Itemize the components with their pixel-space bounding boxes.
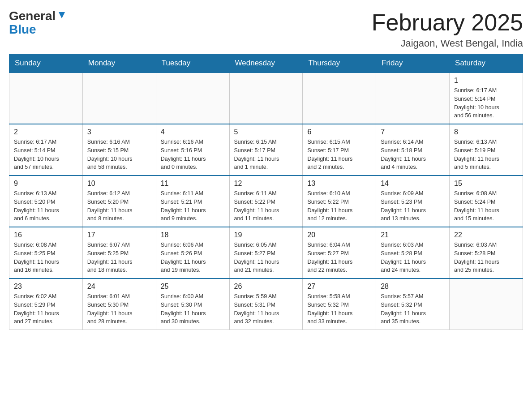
table-row: 9Sunrise: 6:13 AM Sunset: 5:20 PM Daylig… bbox=[9, 176, 83, 227]
table-row: 23Sunrise: 6:02 AM Sunset: 5:29 PM Dayli… bbox=[9, 278, 83, 330]
logo-triangle-icon bbox=[57, 10, 67, 20]
day-number: 16 bbox=[14, 231, 78, 239]
day-number: 24 bbox=[87, 283, 151, 291]
week-row-3: 16Sunrise: 6:08 AM Sunset: 5:25 PM Dayli… bbox=[9, 227, 523, 278]
svg-marker-0 bbox=[59, 12, 65, 18]
table-row bbox=[450, 278, 523, 330]
title-block: February 2025 Jaigaon, West Bengal, Indi… bbox=[372, 9, 523, 49]
table-row: 22Sunrise: 6:03 AM Sunset: 5:28 PM Dayli… bbox=[450, 227, 523, 278]
day-number: 15 bbox=[454, 180, 518, 188]
day-info: Sunrise: 5:58 AM Sunset: 5:32 PM Dayligh… bbox=[307, 292, 371, 326]
day-info: Sunrise: 6:13 AM Sunset: 5:19 PM Dayligh… bbox=[454, 138, 518, 171]
table-row: 16Sunrise: 6:08 AM Sunset: 5:25 PM Dayli… bbox=[9, 227, 83, 278]
day-number: 1 bbox=[454, 77, 518, 85]
day-info: Sunrise: 6:08 AM Sunset: 5:24 PM Dayligh… bbox=[454, 189, 518, 223]
header-thursday: Thursday bbox=[303, 54, 376, 73]
day-info: Sunrise: 6:04 AM Sunset: 5:27 PM Dayligh… bbox=[307, 241, 371, 274]
weekday-header-row: Sunday Monday Tuesday Wednesday Thursday… bbox=[9, 54, 523, 73]
day-number: 18 bbox=[161, 231, 225, 239]
day-info: Sunrise: 6:17 AM Sunset: 5:14 PM Dayligh… bbox=[454, 86, 518, 120]
day-number: 11 bbox=[161, 180, 225, 188]
table-row: 14Sunrise: 6:09 AM Sunset: 5:23 PM Dayli… bbox=[376, 176, 450, 227]
table-row: 25Sunrise: 6:00 AM Sunset: 5:30 PM Dayli… bbox=[156, 278, 229, 330]
table-row: 20Sunrise: 6:04 AM Sunset: 5:27 PM Dayli… bbox=[303, 227, 376, 278]
day-info: Sunrise: 6:03 AM Sunset: 5:28 PM Dayligh… bbox=[381, 241, 445, 274]
day-info: Sunrise: 6:03 AM Sunset: 5:28 PM Dayligh… bbox=[454, 241, 518, 274]
table-row bbox=[229, 73, 303, 124]
table-row: 12Sunrise: 6:11 AM Sunset: 5:22 PM Dayli… bbox=[229, 176, 303, 227]
header-wednesday: Wednesday bbox=[229, 54, 303, 73]
table-row: 8Sunrise: 6:13 AM Sunset: 5:19 PM Daylig… bbox=[450, 124, 523, 176]
day-info: Sunrise: 6:07 AM Sunset: 5:25 PM Dayligh… bbox=[87, 241, 151, 274]
day-number: 13 bbox=[307, 180, 371, 188]
table-row: 7Sunrise: 6:14 AM Sunset: 5:18 PM Daylig… bbox=[376, 124, 450, 176]
calendar-subtitle: Jaigaon, West Bengal, India bbox=[372, 38, 523, 49]
table-row: 19Sunrise: 6:05 AM Sunset: 5:27 PM Dayli… bbox=[229, 227, 303, 278]
week-row-0: 1Sunrise: 6:17 AM Sunset: 5:14 PM Daylig… bbox=[9, 73, 523, 124]
table-row: 6Sunrise: 6:15 AM Sunset: 5:17 PM Daylig… bbox=[303, 124, 376, 176]
logo-blue-text: Blue bbox=[9, 22, 36, 36]
table-row: 18Sunrise: 6:06 AM Sunset: 5:26 PM Dayli… bbox=[156, 227, 229, 278]
table-row bbox=[156, 73, 229, 124]
table-row bbox=[82, 73, 156, 124]
table-row bbox=[376, 73, 450, 124]
day-number: 12 bbox=[234, 180, 298, 188]
table-row: 24Sunrise: 6:01 AM Sunset: 5:30 PM Dayli… bbox=[82, 278, 156, 330]
table-row: 26Sunrise: 5:59 AM Sunset: 5:31 PM Dayli… bbox=[229, 278, 303, 330]
day-info: Sunrise: 6:11 AM Sunset: 5:21 PM Dayligh… bbox=[161, 189, 225, 223]
day-info: Sunrise: 6:12 AM Sunset: 5:20 PM Dayligh… bbox=[87, 189, 151, 223]
day-number: 3 bbox=[87, 128, 151, 136]
table-row: 2Sunrise: 6:17 AM Sunset: 5:14 PM Daylig… bbox=[9, 124, 83, 176]
table-row: 3Sunrise: 6:16 AM Sunset: 5:15 PM Daylig… bbox=[82, 124, 156, 176]
header-monday: Monday bbox=[82, 54, 156, 73]
table-row bbox=[303, 73, 376, 124]
day-info: Sunrise: 6:08 AM Sunset: 5:25 PM Dayligh… bbox=[14, 241, 78, 274]
calendar-table: Sunday Monday Tuesday Wednesday Thursday… bbox=[9, 54, 523, 330]
table-row: 17Sunrise: 6:07 AM Sunset: 5:25 PM Dayli… bbox=[82, 227, 156, 278]
calendar-title: February 2025 bbox=[372, 9, 523, 36]
table-row: 15Sunrise: 6:08 AM Sunset: 5:24 PM Dayli… bbox=[450, 176, 523, 227]
day-number: 4 bbox=[161, 128, 225, 136]
day-number: 14 bbox=[381, 180, 445, 188]
day-info: Sunrise: 6:14 AM Sunset: 5:18 PM Dayligh… bbox=[381, 138, 445, 171]
day-number: 2 bbox=[14, 128, 78, 136]
day-number: 19 bbox=[234, 231, 298, 239]
table-row: 13Sunrise: 6:10 AM Sunset: 5:22 PM Dayli… bbox=[303, 176, 376, 227]
day-info: Sunrise: 6:02 AM Sunset: 5:29 PM Dayligh… bbox=[14, 292, 78, 326]
day-info: Sunrise: 6:00 AM Sunset: 5:30 PM Dayligh… bbox=[161, 292, 225, 326]
day-number: 25 bbox=[161, 283, 225, 291]
table-row bbox=[9, 73, 83, 124]
day-info: Sunrise: 5:59 AM Sunset: 5:31 PM Dayligh… bbox=[234, 292, 298, 326]
week-row-4: 23Sunrise: 6:02 AM Sunset: 5:29 PM Dayli… bbox=[9, 278, 523, 330]
table-row: 28Sunrise: 5:57 AM Sunset: 5:32 PM Dayli… bbox=[376, 278, 450, 330]
day-number: 17 bbox=[87, 231, 151, 239]
day-number: 27 bbox=[307, 283, 371, 291]
table-row: 11Sunrise: 6:11 AM Sunset: 5:21 PM Dayli… bbox=[156, 176, 229, 227]
day-number: 10 bbox=[87, 180, 151, 188]
day-info: Sunrise: 6:15 AM Sunset: 5:17 PM Dayligh… bbox=[307, 138, 371, 171]
page-header: General Blue February 2025 Jaigaon, West… bbox=[9, 9, 523, 49]
day-info: Sunrise: 6:05 AM Sunset: 5:27 PM Dayligh… bbox=[234, 241, 298, 274]
day-info: Sunrise: 6:15 AM Sunset: 5:17 PM Dayligh… bbox=[234, 138, 298, 171]
header-sunday: Sunday bbox=[9, 54, 83, 73]
day-number: 20 bbox=[307, 231, 371, 239]
day-info: Sunrise: 6:11 AM Sunset: 5:22 PM Dayligh… bbox=[234, 189, 298, 223]
header-tuesday: Tuesday bbox=[156, 54, 229, 73]
day-info: Sunrise: 5:57 AM Sunset: 5:32 PM Dayligh… bbox=[381, 292, 445, 326]
day-number: 7 bbox=[381, 128, 445, 136]
logo-general-text: General bbox=[9, 9, 56, 23]
header-friday: Friday bbox=[376, 54, 450, 73]
header-saturday: Saturday bbox=[450, 54, 523, 73]
day-info: Sunrise: 6:16 AM Sunset: 5:15 PM Dayligh… bbox=[87, 138, 151, 171]
day-number: 8 bbox=[454, 128, 518, 136]
day-number: 28 bbox=[381, 283, 445, 291]
day-number: 26 bbox=[234, 283, 298, 291]
day-info: Sunrise: 6:09 AM Sunset: 5:23 PM Dayligh… bbox=[381, 189, 445, 223]
day-number: 6 bbox=[307, 128, 371, 136]
day-number: 21 bbox=[381, 231, 445, 239]
week-row-2: 9Sunrise: 6:13 AM Sunset: 5:20 PM Daylig… bbox=[9, 176, 523, 227]
table-row: 4Sunrise: 6:16 AM Sunset: 5:16 PM Daylig… bbox=[156, 124, 229, 176]
day-number: 5 bbox=[234, 128, 298, 136]
logo: General Blue bbox=[9, 9, 67, 37]
day-info: Sunrise: 6:06 AM Sunset: 5:26 PM Dayligh… bbox=[161, 241, 225, 274]
